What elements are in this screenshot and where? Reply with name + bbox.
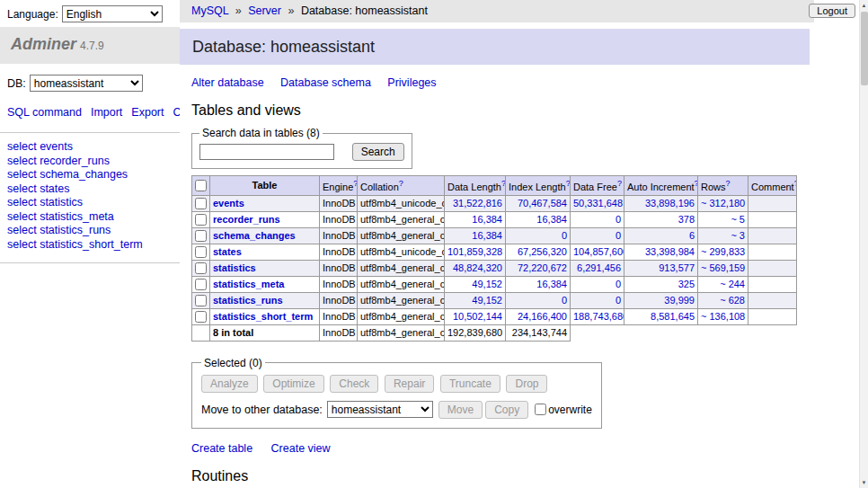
index-length-link[interactable]: 16,384 bbox=[536, 279, 567, 289]
rows-count-link[interactable]: ~ 312,180 bbox=[701, 198, 745, 209]
logout-button[interactable]: Logout bbox=[809, 4, 855, 18]
sidebar-item-select-statistics[interactable]: select statistics bbox=[7, 196, 173, 210]
data-free-link[interactable]: 0 bbox=[616, 279, 621, 289]
rows-count-link[interactable]: ~ 628 bbox=[720, 295, 745, 306]
row-checkbox[interactable] bbox=[195, 279, 207, 290]
data-free-link[interactable]: 6,291,456 bbox=[577, 262, 621, 273]
auto-increment-help-link[interactable]: ? bbox=[695, 179, 698, 188]
auto-increment-link[interactable]: 913,577 bbox=[659, 262, 695, 273]
auto-increment-link[interactable]: 39,999 bbox=[664, 295, 695, 306]
auto-increment-link[interactable]: 33,898,196 bbox=[645, 198, 695, 209]
sidebar-item-select-states[interactable]: select states bbox=[7, 182, 173, 197]
comment-help-link[interactable]: ? bbox=[794, 179, 797, 188]
data-free-link[interactable]: 0 bbox=[616, 214, 621, 225]
analyze-button[interactable]: Analyze bbox=[201, 375, 258, 393]
row-checkbox[interactable] bbox=[195, 246, 207, 258]
export-link[interactable]: Export bbox=[131, 106, 164, 119]
drop-button[interactable]: Drop bbox=[506, 375, 547, 393]
scrollbar-thumb[interactable] bbox=[861, 12, 868, 85]
row-checkbox[interactable] bbox=[195, 230, 207, 242]
table-name-link[interactable]: statistics_runs bbox=[213, 295, 283, 306]
rows-count-link[interactable]: ~ 5 bbox=[731, 214, 745, 225]
search-button[interactable]: Search bbox=[352, 143, 404, 161]
scrollbar[interactable]: ▲ ▼ bbox=[859, 0, 868, 488]
sidebar-item-select-schema-changes[interactable]: select schema_changes bbox=[7, 168, 173, 182]
sql-command-link[interactable]: SQL command bbox=[7, 106, 82, 119]
rows-count-link[interactable]: ~ 244 bbox=[720, 279, 745, 289]
table-name-link[interactable]: recorder_runs bbox=[213, 214, 280, 225]
import-link[interactable]: Import bbox=[91, 106, 122, 119]
sidebar-item-select-statistics-short-term[interactable]: select statistics_short_term bbox=[7, 238, 173, 253]
data-length-link[interactable]: 48,824,320 bbox=[453, 262, 502, 273]
table-name-link[interactable]: states bbox=[213, 246, 242, 257]
auto-increment-link[interactable]: 6 bbox=[689, 230, 695, 241]
data-length-link[interactable]: 31,522,816 bbox=[453, 198, 502, 209]
index-length-link[interactable]: 67,256,320 bbox=[518, 246, 567, 257]
overwrite-checkbox[interactable] bbox=[535, 404, 546, 415]
rows-count-link[interactable]: ~ 299,833 bbox=[701, 246, 745, 257]
scrollbar-down-arrow[interactable]: ▼ bbox=[860, 477, 868, 488]
data-length-link[interactable]: 16,384 bbox=[472, 230, 502, 241]
breadcrumb-server-link[interactable]: Server bbox=[248, 4, 281, 17]
engine-help-link[interactable]: ? bbox=[353, 179, 357, 188]
rows-count-link[interactable]: ~ 3 bbox=[731, 230, 745, 241]
move-db-select[interactable]: homeassistant bbox=[327, 401, 433, 418]
data-length-link[interactable]: 10,502,144 bbox=[453, 311, 502, 322]
table-name-link[interactable]: schema_changes bbox=[213, 230, 296, 241]
data-length-link[interactable]: 49,152 bbox=[472, 279, 502, 289]
index-length-link[interactable]: 0 bbox=[562, 295, 567, 306]
table-name-link[interactable]: statistics_short_term bbox=[213, 311, 313, 322]
database-schema-link[interactable]: Database schema bbox=[280, 76, 371, 89]
index-length-link[interactable]: 24,166,400 bbox=[518, 311, 567, 322]
select-all-checkbox[interactable] bbox=[195, 180, 207, 191]
data-length-link[interactable]: 49,152 bbox=[472, 295, 502, 306]
repair-button[interactable]: Repair bbox=[385, 375, 434, 393]
sidebar-item-select-statistics-runs[interactable]: select statistics_runs bbox=[7, 224, 173, 238]
create-table-link[interactable]: Create table bbox=[191, 442, 252, 455]
auto-increment-link[interactable]: 378 bbox=[678, 214, 695, 225]
optimize-button[interactable]: Optimize bbox=[263, 375, 323, 393]
copy-button[interactable]: Copy bbox=[485, 401, 528, 419]
create-view-link[interactable]: Create view bbox=[271, 442, 331, 455]
truncate-button[interactable]: Truncate bbox=[440, 375, 500, 393]
move-button[interactable]: Move bbox=[438, 401, 483, 419]
privileges-link[interactable]: Privileges bbox=[387, 76, 436, 89]
index-length-link[interactable]: 72,220,672 bbox=[518, 262, 567, 273]
collation-help-link[interactable]: ? bbox=[399, 179, 403, 188]
check-button[interactable]: Check bbox=[330, 375, 378, 393]
data-free-link[interactable]: 50,331,648 bbox=[573, 198, 623, 209]
scrollbar-up-arrow[interactable]: ▲ bbox=[860, 0, 868, 11]
rows-help-link[interactable]: ? bbox=[726, 179, 731, 188]
db-select[interactable]: homeassistant bbox=[30, 75, 143, 92]
index-length-link[interactable]: 0 bbox=[562, 230, 567, 241]
language-select[interactable]: English bbox=[62, 5, 163, 22]
data-length-link[interactable]: 16,384 bbox=[472, 214, 502, 225]
data-length-link[interactable]: 101,859,328 bbox=[447, 246, 502, 257]
alter-database-link[interactable]: Alter database bbox=[191, 76, 264, 89]
auto-increment-link[interactable]: 33,398,984 bbox=[645, 246, 695, 257]
row-checkbox[interactable] bbox=[195, 262, 207, 274]
rows-count-link[interactable]: ~ 136,108 bbox=[701, 311, 745, 322]
search-input[interactable] bbox=[199, 144, 334, 160]
data-free-link[interactable]: 0 bbox=[616, 230, 621, 241]
auto-increment-link[interactable]: 8,581,645 bbox=[651, 311, 695, 322]
sidebar-item-select-statistics-meta[interactable]: select statistics_meta bbox=[7, 210, 173, 225]
row-checkbox[interactable] bbox=[195, 311, 207, 323]
table-name-link[interactable]: statistics_meta bbox=[213, 279, 285, 289]
table-name-link[interactable]: events bbox=[213, 198, 244, 209]
sidebar-item-select-events[interactable]: select events bbox=[7, 140, 173, 155]
index-length-link[interactable]: 16,384 bbox=[536, 214, 567, 225]
index-length-help-link[interactable]: ? bbox=[566, 179, 571, 188]
breadcrumb-mysql-link[interactable]: MySQL bbox=[191, 4, 228, 17]
data-free-link[interactable]: 104,857,600 bbox=[573, 246, 624, 257]
data-length-help-link[interactable]: ? bbox=[501, 179, 506, 188]
data-free-help-link[interactable]: ? bbox=[617, 179, 622, 188]
row-checkbox[interactable] bbox=[195, 198, 207, 209]
row-checkbox[interactable] bbox=[195, 214, 207, 226]
sidebar-item-select-recorder-runs[interactable]: select recorder_runs bbox=[7, 155, 173, 169]
data-free-link[interactable]: 188,743,680 bbox=[573, 311, 624, 322]
rows-count-link[interactable]: ~ 569,159 bbox=[701, 262, 745, 273]
row-checkbox[interactable] bbox=[195, 295, 207, 306]
auto-increment-link[interactable]: 325 bbox=[678, 279, 695, 289]
data-free-link[interactable]: 0 bbox=[616, 295, 621, 306]
